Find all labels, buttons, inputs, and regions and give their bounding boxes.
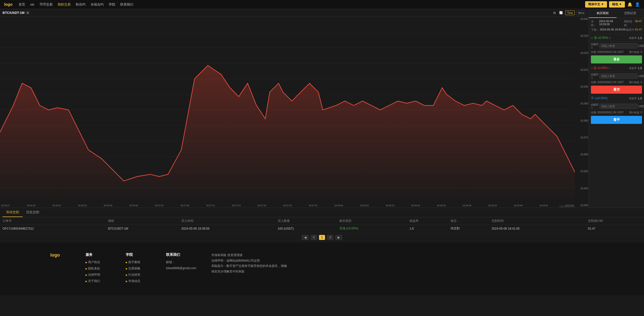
up-option-label: 涨 ≥0.05% □ <box>594 36 629 40</box>
nav-perpetual[interactable]: 永续合约 <box>91 2 104 7</box>
tab-history-trades[interactable]: 历史交割 <box>23 208 43 217</box>
footer-link-legal[interactable]: 法律声明 <box>86 273 111 277</box>
right-panel-tabs: 购买期权 交割记录 <box>589 9 644 18</box>
footer-risk-tip: 风险提示：数字资产交易有可能导致您的本金损失，请确保您充分理解其中的风险 <box>211 263 287 274</box>
up-balance-label: 全额: 93663585812.06 USDT <box>591 50 624 54</box>
buy-up-button[interactable]: 看多 <box>591 55 642 63</box>
buying-countdown: 01:47 <box>635 28 642 32</box>
up-amount-input[interactable] <box>599 43 638 48</box>
page-2-button[interactable]: 0 <box>327 235 333 240</box>
dn-usdt-left: USDT □ <box>591 73 598 79</box>
bell-icon[interactable]: 🔔 <box>627 2 632 7</box>
nav-academy[interactable]: 学院 <box>109 2 115 7</box>
footer-link-research[interactable]: 行业研究 <box>126 273 151 277</box>
eq-amount-input[interactable] <box>599 104 638 109</box>
buy-eq-button[interactable]: 看平 <box>591 116 642 124</box>
up-balance-row: 全额: 93663585812.06 USDT 预计收益: 0 <box>589 50 644 54</box>
footer-link-beginners[interactable]: 新手教程 <box>126 260 151 264</box>
x-label-10: 18:27:26 <box>257 204 266 207</box>
cell-countdown: 01:47 <box>585 225 644 232</box>
page-prev-button[interactable]: ◀ <box>302 235 309 240</box>
cell-amount: 100 (USDT) <box>275 225 337 232</box>
up-rate-value: 1.6 <box>638 36 642 40</box>
wallet-button[interactable]: 钱包 ▼ <box>609 1 625 8</box>
x-label-4: 18:26:56 <box>104 204 112 207</box>
x-label-21: 18:28:51 <box>539 204 548 207</box>
time-button[interactable]: Time <box>565 11 575 15</box>
footer-link-about[interactable]: 关于我们 <box>86 279 111 283</box>
x-label-20: 18:28:48 <box>514 204 522 207</box>
tab-pending-trades[interactable]: 等待交割 <box>3 208 23 217</box>
col-buy-time: 买入时间 <box>179 217 275 225</box>
nav-otc[interactable]: otc <box>30 3 34 6</box>
period-delivery-countdown: 00:47 <box>635 20 642 27</box>
x-label-7: 18:27:09 <box>180 204 189 207</box>
y-label-3: 64,010 <box>575 68 588 71</box>
x-label-11: 18:27:45 <box>283 204 292 207</box>
chart-header: BTC/USDT-1M ● ▤ 📈 Time More <box>0 9 589 17</box>
footer-link-tos[interactable]: 用户协议 <box>86 260 111 264</box>
chart-pair: BTC/USDT-1M <box>3 11 24 15</box>
lang-button[interactable]: 简体中文 ▼ <box>585 1 607 8</box>
next-time: 2024-05-06 18:40:00 <box>600 28 625 32</box>
price-chart-svg <box>0 17 575 203</box>
dn-option-row: □ 跌 ≤0.05% □ 收益率 1.6 <box>589 64 644 72</box>
line-chart-icon[interactable]: 📈 <box>558 11 564 15</box>
dn-amount-input[interactable] <box>599 74 638 79</box>
nav-home[interactable]: 首页 <box>19 2 25 7</box>
chart-area: BTC/USDT-1M ● ▤ 📈 Time More <box>0 9 589 208</box>
buy-dn-button[interactable]: 看空 <box>591 86 642 94</box>
col-pair: 期权 <box>106 217 179 225</box>
navigation: logo 首页 otc 币币交易 期权交易 秒合约 永续合约 学院 联系我们 简… <box>0 0 644 9</box>
eq-rate-label: 收益率 <box>629 97 637 100</box>
page-0-button[interactable]: 0 <box>311 235 317 240</box>
chart-live-indicator[interactable]: ● <box>26 11 29 14</box>
nav-seconds[interactable]: 秒合约 <box>76 2 86 7</box>
eq-usdt-left: USDT □ <box>591 103 598 109</box>
x-label-12: 18:27:51 <box>309 204 317 207</box>
y-label-11: 63,930 <box>575 204 588 207</box>
more-button[interactable]: More <box>576 11 586 15</box>
footer-disclaimer: 市场有风险 投资需谨慎 法律声明：该网站由BitWell公司运营 风险提示：数字… <box>211 253 287 274</box>
x-label-9: 18:27:23 <box>232 204 240 207</box>
user-icon[interactable]: 👤 <box>635 2 640 7</box>
main-container: BTC/USDT-1M ● ▤ 📈 Time More <box>0 9 644 208</box>
table-row: OP1714991949627312 BTC/USDT-1M 2024-05-0… <box>0 225 644 232</box>
x-label-17: 18:28:35 <box>437 204 446 207</box>
nav-contact[interactable]: 联系我们 <box>120 2 133 7</box>
col-countdown: 交割倒计时 <box>585 217 644 225</box>
page-next-button[interactable]: ▶ <box>335 235 342 240</box>
footer-link-privacy[interactable]: 隐私条款 <box>86 266 111 271</box>
footer-link-strategy[interactable]: 交易策略 <box>126 266 151 271</box>
tab-delivery-records[interactable]: 交割记录 <box>617 9 644 18</box>
up-option-row: □ 涨 ≥0.05% □ 收益率 1.6 <box>589 34 644 42</box>
footer-logo: logo <box>50 253 70 258</box>
dn-balance-row: 全额: 93663585812.06 USDT 预计收益: 0 <box>589 80 644 85</box>
y-label-6: 63,980 <box>575 119 588 122</box>
nav-spot[interactable]: 币币交易 <box>39 2 53 7</box>
cell-status: 待交割 <box>448 225 489 232</box>
bar-chart-icon[interactable]: ▤ <box>552 11 557 15</box>
x-label-16: 18:28:28 <box>411 204 420 207</box>
up-usdt-left: USDT □ <box>591 43 598 49</box>
dn-estimate-label: 预计收益: 0 <box>629 81 642 84</box>
cell-order-id: OP1714991949627312 <box>0 225 106 232</box>
y-label-4: 64,000 <box>575 85 588 88</box>
cell-buy-type: 买涨 (≥0.05%) <box>337 225 407 232</box>
x-label-18: 18:28:38 <box>462 204 471 207</box>
cell-rate: 1.6 <box>407 225 448 232</box>
tab-buy-options[interactable]: 购买期权 <box>589 9 617 18</box>
eq-rate-value: 1.6 <box>638 97 642 100</box>
dn-option-label: □ 跌 ≤0.05% □ <box>591 66 629 70</box>
nav-options[interactable]: 期权交易 <box>58 2 71 7</box>
x-axis-labels: 18:26:47 18:26:49 18:26:51 18:26:54 18:2… <box>0 203 575 208</box>
dn-rate-value: 1.6 <box>638 66 642 70</box>
eq-input-row: USDT □ USDT <box>589 102 644 110</box>
current-time: 2024-05-06 18:39:00 <box>599 20 624 27</box>
pagination: ◀ 0 1 0 ▶ <box>0 232 644 242</box>
cell-deliver-time: 2024-05-06 18:41:00 <box>489 225 585 232</box>
footer-link-news[interactable]: 市场动态 <box>126 279 151 283</box>
y-label-1: 64,030 <box>575 34 588 37</box>
up-rate-label: 收益率 <box>629 36 637 40</box>
page-1-button[interactable]: 1 <box>319 235 325 240</box>
